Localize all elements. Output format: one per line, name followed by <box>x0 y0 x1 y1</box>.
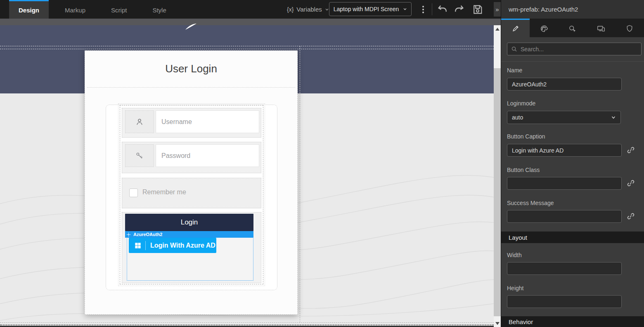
azure-login-button[interactable]: Login With Azure AD <box>129 238 216 253</box>
selected-widget-title: wm-prefab: AzureOAuth2 <box>509 6 578 13</box>
login-form-container[interactable]: Remember me Login AzureOAuth2 <box>120 105 263 284</box>
pencil-icon <box>511 24 520 33</box>
scroll-down-button[interactable] <box>494 320 501 327</box>
undo-button[interactable] <box>437 4 448 15</box>
page-selection-outline-top <box>0 46 494 46</box>
layout-section-title: Layout <box>509 234 527 241</box>
panel-header: wm-prefab: AzureOAuth2 <box>501 0 644 19</box>
remember-me-row[interactable]: Remember me <box>122 178 261 208</box>
windows-logo-icon <box>135 242 141 249</box>
container-selection-outline-right-lower <box>300 93 300 322</box>
logo-swoosh <box>185 23 197 31</box>
search-icon <box>511 46 517 52</box>
name-label: Name <box>507 67 522 74</box>
name-input[interactable] <box>507 78 622 91</box>
buttons-row: Login AzureOAuth2 Logi <box>122 212 261 283</box>
panel-collapse-button[interactable]: » <box>494 2 501 17</box>
bind-link-icon[interactable] <box>626 179 635 188</box>
username-icon-cell <box>125 110 154 133</box>
button-class-input[interactable] <box>507 177 622 190</box>
height-input[interactable] <box>507 295 622 308</box>
loginmode-value: auto <box>512 114 523 121</box>
height-label: Height <box>507 285 523 291</box>
variables-label: Variables <box>296 6 322 13</box>
variables-button[interactable]: {x} Variables <box>287 0 329 19</box>
panel-section-divider <box>501 61 644 62</box>
property-search[interactable] <box>507 43 642 55</box>
device-preview-select[interactable]: Laptop with MDPI Screen <box>329 2 412 16</box>
chevron-down-icon <box>403 7 407 11</box>
button-divider <box>145 241 146 250</box>
palette-icon <box>540 24 548 33</box>
container-selection-outline-right <box>300 46 300 93</box>
success-message-input[interactable] <box>507 210 622 223</box>
page-top-strip <box>0 19 501 25</box>
inspect-icon <box>568 24 577 33</box>
tab-properties[interactable] <box>501 19 530 37</box>
chevron-down-icon <box>611 115 616 120</box>
page-outline-bottom <box>0 325 494 325</box>
key-icon <box>135 151 144 160</box>
design-canvas: User Login <box>0 19 501 327</box>
devices-icon <box>597 24 606 33</box>
username-input[interactable] <box>156 110 259 133</box>
scrollbar-thumb[interactable] <box>494 68 501 316</box>
success-message-label: Success Message <box>507 200 554 206</box>
button-class-label: Button Class <box>507 167 540 173</box>
tab-inspect[interactable] <box>558 19 587 37</box>
properties-panel: wm-prefab: AzureOAuth2 <box>501 0 644 327</box>
login-card-widget[interactable]: User Login <box>85 50 298 315</box>
save-button[interactable] <box>472 4 483 15</box>
shield-icon <box>625 24 634 33</box>
width-label: Width <box>507 252 522 258</box>
container-selection-outline-top <box>0 49 494 49</box>
login-card-title[interactable]: User Login <box>85 62 297 75</box>
password-icon-cell <box>125 144 154 167</box>
section-behavior[interactable]: Behavior <box>501 316 644 327</box>
tab-security[interactable] <box>616 19 644 37</box>
password-input[interactable] <box>156 144 259 167</box>
more-options-button[interactable] <box>419 4 427 15</box>
redo-button[interactable] <box>453 4 465 15</box>
tab-script[interactable]: Script <box>102 0 136 19</box>
password-row[interactable] <box>122 142 261 173</box>
section-layout[interactable]: Layout <box>501 232 644 243</box>
prefab-selection-label: AzureOAuth2 <box>133 232 162 237</box>
triangle-down-icon <box>495 322 500 325</box>
panel-tabs <box>501 19 644 37</box>
button-caption-label: Button Caption <box>507 133 545 140</box>
tab-style[interactable]: Style <box>143 0 175 19</box>
azure-login-button-label: Login With Azure AD <box>150 242 215 249</box>
chevron-down-icon <box>325 7 329 12</box>
top-toolbar: Design Markup Script Style {x} Variables… <box>0 0 501 19</box>
width-input[interactable] <box>507 262 622 275</box>
loginmode-select[interactable]: auto <box>507 111 621 124</box>
remember-me-checkbox[interactable] <box>129 189 138 197</box>
card-header-separator <box>87 87 295 88</box>
page-selection-outline-bottom <box>0 322 494 323</box>
scroll-up-button[interactable] <box>494 25 501 33</box>
bind-link-icon[interactable] <box>626 146 635 155</box>
button-caption-input[interactable] <box>507 144 622 157</box>
username-row[interactable] <box>122 108 261 138</box>
designer-workspace: Design Markup Script Style {x} Variables… <box>0 0 501 327</box>
property-search-input[interactable] <box>521 46 637 53</box>
loginmode-label: Loginmode <box>507 100 535 107</box>
tab-devices[interactable] <box>587 19 616 37</box>
bind-link-icon[interactable] <box>626 212 635 221</box>
device-preview-value: Laptop with MDPI Screen <box>334 6 399 12</box>
tab-markup[interactable]: Markup <box>55 0 95 19</box>
move-icon <box>126 232 131 237</box>
canvas-scrollbar[interactable] <box>494 25 501 327</box>
login-button-label: Login <box>181 218 198 227</box>
login-button[interactable]: Login <box>125 214 253 231</box>
remember-me-label[interactable]: Remember me <box>142 189 186 196</box>
triangle-up-icon <box>495 28 500 31</box>
editor-mode-tabs: Design Markup Script Style <box>9 0 182 19</box>
toolbar-divider <box>432 3 432 15</box>
user-icon <box>135 117 144 127</box>
behavior-section-title: Behavior <box>509 318 533 325</box>
tab-styles[interactable] <box>530 19 558 37</box>
prefab-selection-bar[interactable]: AzureOAuth2 <box>125 231 253 238</box>
tab-design[interactable]: Design <box>9 0 49 19</box>
